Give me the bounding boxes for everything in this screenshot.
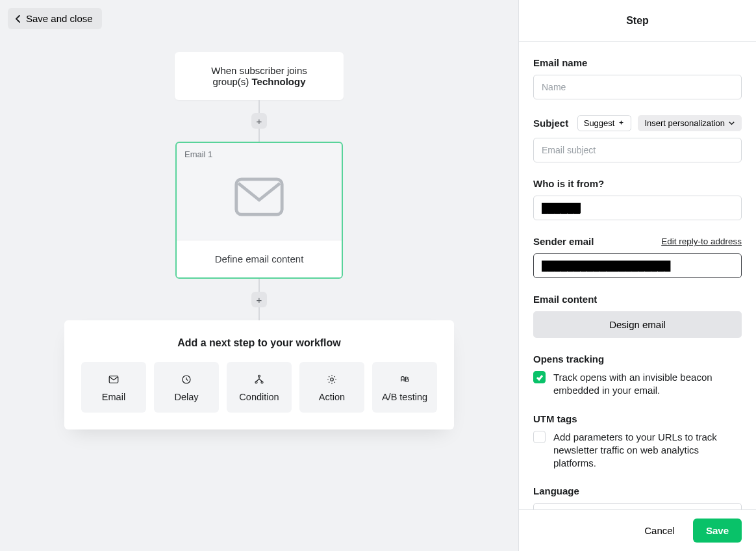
language-select[interactable]: English — [533, 503, 742, 509]
save-button[interactable]: Save — [693, 519, 742, 543]
panel-title: Step — [519, 0, 756, 42]
cancel-button[interactable]: Cancel — [640, 524, 679, 537]
workflow-canvas: Save and close When subscriber joins gro… — [0, 0, 518, 551]
trigger-node[interactable]: When subscriber joins group(s) Technolog… — [175, 52, 344, 100]
utm-label: UTM tags — [533, 413, 742, 424]
email-name-label: Email name — [533, 57, 742, 68]
workflow-flow: When subscriber joins group(s) Technolog… — [64, 52, 454, 429]
next-step-picker: Add a next step to your workflow Email D… — [64, 320, 454, 429]
sparkle-icon — [618, 120, 625, 127]
email-name-input[interactable] — [533, 75, 742, 99]
utm-desc: Add parameters to your URLs to track new… — [553, 431, 742, 470]
opens-tracking-label: Opens tracking — [533, 353, 742, 365]
connector — [258, 100, 260, 113]
opens-tracking-desc: Track opens with an invisible beacon emb… — [553, 371, 742, 398]
option-label: Email — [102, 392, 125, 402]
content-label: Email content — [533, 294, 742, 305]
next-step-title: Add a next step to your workflow — [81, 337, 437, 349]
from-value: ██████ — [542, 203, 581, 213]
connector — [258, 279, 260, 292]
from-label: Who is it from? — [533, 178, 742, 189]
edit-reply-to-link[interactable]: Edit reply-to address — [661, 237, 742, 246]
option-email[interactable]: Email — [81, 362, 146, 413]
insert-personalization-label: Insert personalization — [644, 118, 725, 128]
utm-checkbox[interactable] — [533, 431, 546, 443]
subject-input[interactable] — [533, 138, 742, 162]
sender-email-label: Sender email — [533, 236, 594, 247]
check-icon — [536, 374, 544, 381]
step-panel: Step Email name Subject Suggest Insert p… — [518, 0, 756, 551]
option-label: A/B testing — [382, 392, 427, 402]
branch-icon — [253, 374, 265, 385]
opens-tracking-checkbox[interactable] — [533, 371, 546, 383]
trigger-group: Technology — [251, 76, 305, 87]
mail-icon — [108, 374, 120, 385]
add-step-button-1[interactable]: + — [251, 113, 267, 129]
option-ab-testing[interactable]: A/B testing — [372, 362, 437, 413]
chevron-left-icon — [14, 15, 22, 23]
insert-personalization-button[interactable]: Insert personalization — [638, 115, 742, 131]
connector — [258, 129, 260, 142]
sender-email-value: ████████████████████ — [542, 261, 670, 271]
subject-label: Subject — [533, 118, 568, 129]
svg-point-5 — [261, 381, 263, 383]
design-email-button[interactable]: Design email — [533, 311, 742, 338]
language-label: Language — [533, 485, 742, 496]
email-node[interactable]: Email 1 Define email content — [175, 142, 343, 279]
suggest-button[interactable]: Suggest — [577, 115, 632, 131]
svg-point-6 — [331, 378, 334, 381]
chevron-down-icon — [728, 120, 735, 127]
svg-point-3 — [258, 375, 260, 377]
email-node-footer: Define email content — [177, 240, 342, 277]
gear-icon — [326, 374, 338, 385]
email-node-label: Email 1 — [177, 143, 342, 159]
option-label: Condition — [239, 392, 279, 402]
clock-icon — [181, 374, 192, 385]
option-label: Action — [319, 392, 345, 402]
sender-email-select[interactable]: ████████████████████ — [533, 253, 742, 278]
option-action[interactable]: Action — [299, 362, 364, 413]
connector — [258, 307, 260, 320]
ab-icon — [399, 374, 410, 385]
option-condition[interactable]: Condition — [227, 362, 292, 413]
from-select[interactable]: ██████ — [533, 196, 742, 220]
email-icon — [177, 159, 342, 240]
add-step-button-2[interactable]: + — [251, 292, 267, 307]
option-delay[interactable]: Delay — [154, 362, 219, 413]
option-label: Delay — [174, 392, 198, 402]
svg-point-4 — [255, 381, 257, 383]
svg-rect-0 — [236, 179, 282, 214]
back-label: Save and close — [26, 13, 93, 24]
save-and-close-button[interactable]: Save and close — [8, 8, 102, 29]
suggest-label: Suggest — [584, 118, 615, 128]
